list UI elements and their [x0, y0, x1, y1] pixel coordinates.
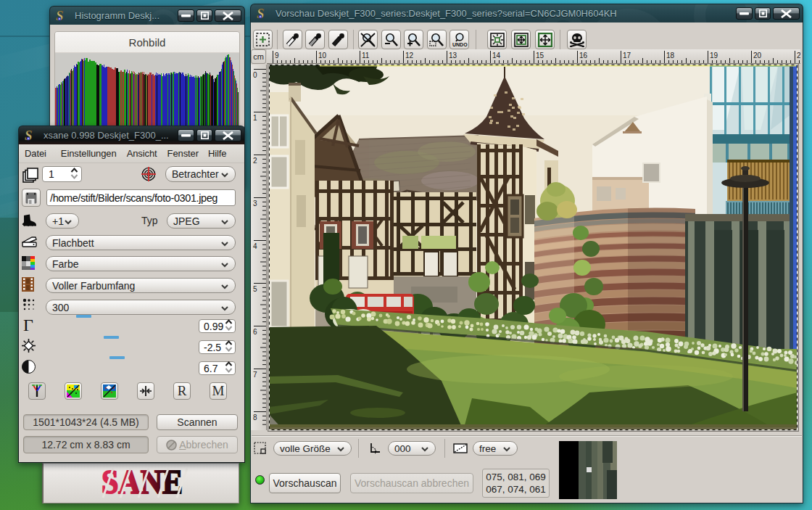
svg-text:14: 14: [492, 52, 501, 59]
svg-text:16: 16: [579, 52, 588, 59]
svg-text:10: 10: [318, 52, 327, 59]
svg-text:15: 15: [536, 52, 544, 59]
svg-text:17: 17: [623, 52, 631, 59]
svg-text:2: 2: [253, 157, 257, 165]
svg-text:9: 9: [275, 52, 279, 59]
svg-text:20: 20: [753, 52, 762, 59]
svg-text:UNDO: UNDO: [452, 42, 468, 47]
svg-text:19: 19: [710, 52, 718, 59]
svg-text:21: 21: [797, 52, 800, 59]
svg-text:S: S: [25, 128, 33, 143]
svg-text:6: 6: [253, 328, 257, 336]
svg-text:18: 18: [666, 52, 675, 59]
svg-text:0: 0: [253, 71, 257, 79]
svg-text:S: S: [56, 8, 64, 23]
svg-text:11: 11: [362, 52, 370, 59]
svg-text:5: 5: [253, 285, 257, 293]
svg-text:S: S: [257, 6, 265, 21]
svg-text:3: 3: [253, 200, 257, 207]
svg-text:4: 4: [253, 242, 257, 250]
svg-text:8: 8: [253, 414, 257, 421]
svg-text:13: 13: [449, 52, 457, 59]
svg-text:7: 7: [253, 371, 257, 379]
svg-text:1: 1: [253, 114, 257, 122]
svg-text:12: 12: [405, 52, 414, 59]
